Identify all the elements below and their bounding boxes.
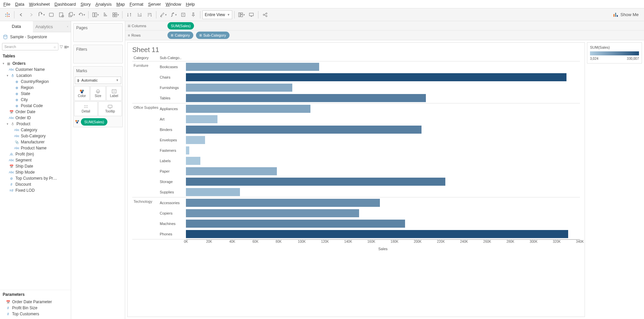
save-button[interactable]: ▾: [37, 10, 46, 19]
swap-rc-button[interactable]: [125, 10, 134, 19]
field-ship-date[interactable]: 📅Ship Date: [1, 163, 69, 169]
sort-a-button[interactable]: [135, 10, 144, 19]
presentation-button[interactable]: [247, 10, 256, 19]
share-button[interactable]: [260, 10, 270, 19]
field-customer-name[interactable]: AbcCustomer Name: [1, 66, 69, 73]
pin-button[interactable]: [189, 10, 198, 19]
bar-row[interactable]: Paper: [160, 166, 580, 176]
bar-row[interactable]: Supplies: [160, 187, 580, 197]
swap-button[interactable]: ▾: [91, 10, 100, 19]
bar[interactable]: [186, 220, 405, 228]
field-state[interactable]: ⊕State: [1, 91, 69, 97]
group-button[interactable]: ▾: [168, 10, 178, 19]
redo-button[interactable]: [27, 10, 36, 19]
new-data-button[interactable]: [47, 10, 56, 19]
bar-row[interactable]: Labels: [160, 155, 580, 166]
menu-analysis[interactable]: Analysis: [93, 1, 113, 7]
pill-sum-sales-color[interactable]: SUM(Sales): [81, 118, 107, 126]
new-worksheet-button[interactable]: [57, 10, 66, 19]
field-product[interactable]: ▾♁Product: [1, 121, 69, 127]
clear-button[interactable]: ▾: [77, 10, 86, 19]
bar-row[interactable]: Chairs: [160, 72, 580, 82]
sort-asc-button[interactable]: [101, 10, 110, 19]
menu-dashboard[interactable]: Dashboard: [52, 1, 78, 7]
marks-color[interactable]: Color: [74, 86, 90, 101]
bar-row[interactable]: Storage: [160, 176, 580, 187]
table-orders[interactable]: ▾▦Orders: [1, 60, 69, 66]
bar[interactable]: [186, 199, 380, 207]
field-category[interactable]: AbcCategory: [1, 127, 69, 133]
bar-row[interactable]: Furnishings: [160, 82, 580, 93]
bar[interactable]: [186, 115, 217, 123]
bar[interactable]: [186, 167, 277, 175]
bar[interactable]: [186, 126, 422, 134]
field-profit-bin[interactable]: .ılı.Profit (bin): [1, 151, 69, 157]
field-country[interactable]: ⊕Country/Region: [1, 79, 69, 85]
field-segment[interactable]: AbcSegment: [1, 157, 69, 163]
bar[interactable]: [186, 136, 205, 144]
bar[interactable]: [186, 209, 359, 217]
bar[interactable]: [186, 73, 566, 81]
bar[interactable]: [186, 188, 240, 196]
marks-tooltip[interactable]: Tooltip: [98, 101, 122, 116]
field-product-name[interactable]: AbcProduct Name: [1, 145, 69, 151]
search-input[interactable]: Search⌕: [2, 43, 58, 50]
bar[interactable]: [186, 178, 445, 186]
field-manufacturer[interactable]: 📎Manufacturer: [1, 139, 69, 145]
show-me-button[interactable]: Show Me: [610, 10, 641, 19]
duplicate-button[interactable]: ▾: [67, 10, 76, 19]
bar[interactable]: [186, 84, 292, 92]
param-top-customers[interactable]: #Top Customers: [1, 311, 69, 317]
bar-row[interactable]: Machines: [160, 218, 580, 229]
filters-shelf[interactable]: Filters: [73, 45, 123, 63]
tab-analytics[interactable]: Analytics‹: [33, 21, 71, 32]
field-discount[interactable]: #Discount: [1, 181, 69, 187]
filter-icon[interactable]: ▽: [60, 44, 63, 49]
fit-select[interactable]: Entire View▼: [202, 10, 232, 19]
field-ship-mode[interactable]: AbcShip Mode: [1, 169, 69, 175]
pages-shelf[interactable]: Pages: [73, 23, 123, 42]
pill-sub-category[interactable]: ⊞Sub-Category: [196, 32, 230, 39]
bar[interactable]: [186, 105, 310, 113]
tab-data[interactable]: Data: [0, 21, 33, 32]
menu-window[interactable]: Window: [164, 1, 183, 7]
sort-desc-button[interactable]: ▾: [111, 10, 120, 19]
marks-label[interactable]: TLabel: [106, 86, 122, 101]
bar-row[interactable]: Envelopes: [160, 135, 580, 145]
bar[interactable]: [186, 146, 189, 154]
menu-story[interactable]: Story: [79, 1, 93, 7]
menu-help[interactable]: Help: [184, 1, 197, 7]
menu-data[interactable]: Data: [13, 1, 26, 7]
columns-shelf[interactable]: iiiColumns SUM(Sales): [125, 21, 644, 31]
field-top-customers[interactable]: ⊘Top Customers by Pr…: [1, 175, 69, 181]
bar-row[interactable]: Phones: [160, 229, 580, 239]
param-order-date[interactable]: 📅Order Date Parameter: [1, 299, 69, 305]
labels-button[interactable]: T: [179, 10, 188, 19]
sort-d-button[interactable]: [145, 10, 154, 19]
bar-row[interactable]: Binders: [160, 124, 580, 135]
field-fixed-lod[interactable]: =#Fixed LOD: [1, 187, 69, 193]
undo-button[interactable]: [16, 10, 26, 19]
show-cards-button[interactable]: ▾: [237, 10, 246, 19]
bar-row[interactable]: Fasteners: [160, 145, 580, 155]
menu-server[interactable]: Server: [146, 1, 163, 7]
field-order-id[interactable]: AbcOrder ID: [1, 115, 69, 121]
marks-detail[interactable]: Detail: [74, 101, 98, 116]
bar[interactable]: [186, 230, 568, 238]
color-legend[interactable]: SUM(Sales) 3,024330,007: [587, 42, 642, 63]
pill-category[interactable]: ⊞Category: [167, 32, 193, 39]
marks-size[interactable]: Size: [90, 86, 106, 101]
field-sub-category[interactable]: AbcSub-Category: [1, 133, 69, 139]
bar[interactable]: [186, 157, 200, 165]
field-postal[interactable]: ⊕Postal Code: [1, 103, 69, 109]
bar[interactable]: [186, 63, 319, 71]
field-location[interactable]: ▾♁Location: [1, 73, 69, 79]
menu-worksheet[interactable]: Worksheet: [27, 1, 52, 7]
datasource-item[interactable]: Sample - Superstore: [0, 32, 71, 42]
bar[interactable]: [186, 94, 426, 102]
mark-type-select[interactable]: ▮◦ Automatic▼: [75, 77, 121, 84]
pill-sum-sales[interactable]: SUM(Sales): [167, 22, 194, 30]
rows-shelf[interactable]: ≡Rows ⊞Category ⊞Sub-Category: [125, 31, 644, 40]
tableau-logo[interactable]: [3, 10, 12, 19]
field-region[interactable]: ⊕Region: [1, 85, 69, 91]
